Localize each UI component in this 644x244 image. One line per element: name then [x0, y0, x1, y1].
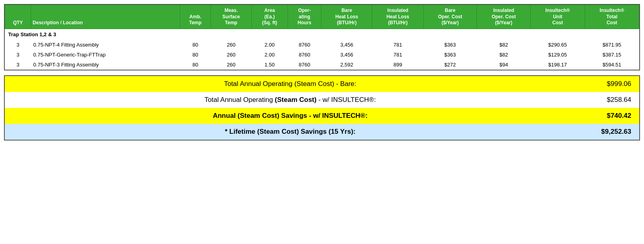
table-row: 3 0.75-NPT-3 Fitting Assembly 80 260 1.5…: [5, 60, 639, 70]
row1-bare-heat-loss: 3,456: [321, 40, 372, 50]
row1-oper-hours: 8760: [288, 40, 321, 50]
row2-desc: 0.75-NPT-Generic-Trap-FTTrap: [31, 50, 180, 60]
summary-insultech-value: $258.64: [576, 92, 639, 108]
table-row: 3 0.75-NPT-Generic-Trap-FTTrap 80 260 2.…: [5, 50, 639, 60]
summary-row-bare: Total Annual Operating (Steam Cost) - Ba…: [5, 76, 639, 92]
header-amb-temp: Amb.Temp: [180, 5, 211, 29]
table-header-row: QTY Description / Location Amb.Temp Meas…: [5, 5, 639, 29]
row2-bare-oper-cost: $363: [423, 50, 477, 60]
row3-insulated-heat-loss: 899: [372, 60, 423, 70]
row3-oper-hours: 8760: [288, 60, 321, 70]
header-area: Area(Ea.)(Sq. ft): [251, 5, 288, 29]
row3-insultech-unit-cost: $198.17: [531, 60, 585, 70]
summary-lifetime-label: * Lifetime (Steam Cost) Savings (15 Yrs)…: [5, 124, 576, 140]
header-insultech-total-cost: Insultech®TotalCost: [585, 5, 639, 29]
header-insulated-heat-loss: InsulatedHeat Loss(BTU/Hr): [372, 5, 423, 29]
header-meas-surface-temp: Meas.SurfaceTemp: [211, 5, 252, 29]
row2-insultech-total-cost: $387.15: [585, 50, 639, 60]
summary-wrapper: Total Annual Operating (Steam Cost) - Ba…: [4, 75, 640, 141]
row1-insultech-total-cost: $871.95: [585, 40, 639, 50]
summary-insultech-label: Total Annual Operating (Steam Cost) - w/…: [5, 92, 576, 108]
row3-amb-temp: 80: [180, 60, 211, 70]
row1-qty: 3: [5, 40, 31, 50]
row3-meas-surface-temp: 260: [211, 60, 252, 70]
row2-insulated-heat-loss: 781: [372, 50, 423, 60]
header-bare-oper-cost: BareOper. Cost($/Year): [423, 5, 477, 29]
header-bare-heat-loss: BareHeat Loss(BTU/Hr): [321, 5, 372, 29]
data-table-wrapper: QTY Description / Location Amb.Temp Meas…: [4, 4, 640, 70]
row3-insulated-oper-cost: $94: [477, 60, 531, 70]
table-row: 3 0.75-NPT-4 Fitting Assembly 80 260 2.0…: [5, 40, 639, 50]
summary-savings-label: Annual (Steam Cost) Savings - w/ INSULTE…: [5, 108, 576, 124]
header-insulated-oper-cost: InsulatedOper. Cost($/Year): [477, 5, 531, 29]
row2-insultech-unit-cost: $129.05: [531, 50, 585, 60]
summary-row-insultech: Total Annual Operating (Steam Cost) - w/…: [5, 92, 639, 108]
row1-area: 2.00: [251, 40, 288, 50]
section-header-label: Trap Station 1,2 & 3: [5, 29, 639, 40]
summary-bare-value: $999.06: [576, 76, 639, 92]
row3-bare-oper-cost: $272: [423, 60, 477, 70]
summary-lifetime-value: $9,252.63: [576, 124, 639, 140]
summary-savings-value: $740.42: [576, 108, 639, 124]
row3-bare-heat-loss: 2,592: [321, 60, 372, 70]
header-insultech-unit-cost: Insultech®UnitCost: [531, 5, 585, 29]
summary-bare-label: Total Annual Operating (Steam Cost) - Ba…: [5, 76, 576, 92]
section-header-row: Trap Station 1,2 & 3: [5, 29, 639, 40]
row1-insulated-oper-cost: $82: [477, 40, 531, 50]
row1-insultech-unit-cost: $290.65: [531, 40, 585, 50]
row1-meas-surface-temp: 260: [211, 40, 252, 50]
summary-table: Total Annual Operating (Steam Cost) - Ba…: [5, 76, 639, 140]
main-data-table: QTY Description / Location Amb.Temp Meas…: [5, 5, 639, 70]
header-qty: QTY: [5, 5, 31, 29]
row1-bare-oper-cost: $363: [423, 40, 477, 50]
row2-oper-hours: 8760: [288, 50, 321, 60]
row3-desc: 0.75-NPT-3 Fitting Assembly: [31, 60, 180, 70]
row2-amb-temp: 80: [180, 50, 211, 60]
header-oper-hours: Oper-atingHours: [288, 5, 321, 29]
header-desc: Description / Location: [31, 5, 180, 29]
summary-row-lifetime: * Lifetime (Steam Cost) Savings (15 Yrs)…: [5, 124, 639, 140]
row3-qty: 3: [5, 60, 31, 70]
row2-area: 2.00: [251, 50, 288, 60]
row3-area: 1.50: [251, 60, 288, 70]
row2-meas-surface-temp: 260: [211, 50, 252, 60]
summary-row-savings: Annual (Steam Cost) Savings - w/ INSULTE…: [5, 108, 639, 124]
row1-desc: 0.75-NPT-4 Fitting Assembly: [31, 40, 180, 50]
row2-insulated-oper-cost: $82: [477, 50, 531, 60]
row3-insultech-total-cost: $594.51: [585, 60, 639, 70]
row2-bare-heat-loss: 3,456: [321, 50, 372, 60]
row1-amb-temp: 80: [180, 40, 211, 50]
row2-qty: 3: [5, 50, 31, 60]
row1-insulated-heat-loss: 781: [372, 40, 423, 50]
